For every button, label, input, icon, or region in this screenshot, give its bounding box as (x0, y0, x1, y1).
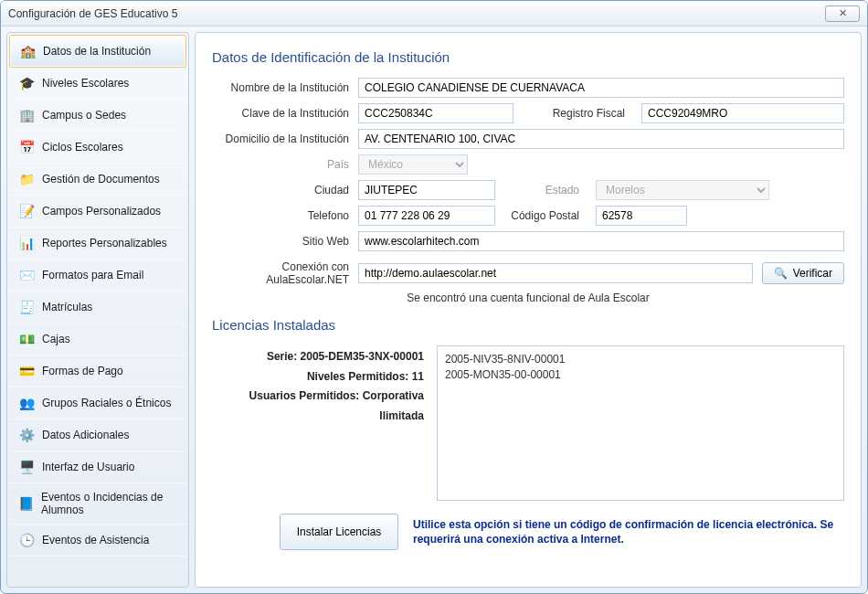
close-button[interactable]: ✕ (825, 5, 860, 22)
sidebar-item-13[interactable]: 🖥️Interfaz de Usuario (9, 451, 186, 483)
sidebar-icon: ⚙️ (18, 427, 35, 443)
sidebar-item-15[interactable]: 🕒Eventos de Asistencia (9, 525, 186, 557)
config-window: Configuración de GES Educativo 5 ✕ 🏫Dato… (0, 0, 868, 594)
sidebar-item-label: Eventos de Asistencia (42, 534, 149, 546)
verify-button-label: Verificar (793, 267, 832, 280)
sidebar-icon: 💵 (18, 331, 35, 347)
license-item[interactable]: 2005-MON35-00-00001 (445, 367, 836, 383)
input-nombre[interactable] (358, 78, 844, 98)
sidebar-icon: 🖥️ (18, 459, 35, 475)
sidebar-item-label: Datos Adicionales (42, 429, 129, 441)
label-niveles: Niveles Permitidos: (307, 370, 412, 383)
label-pais: País (212, 158, 358, 171)
sidebar-item-1[interactable]: 🎓Niveles Escolares (9, 68, 186, 100)
main-panel: Datos de Identificación de la Institució… (195, 32, 862, 588)
sidebar-item-6[interactable]: 📊Reportes Personalizables (9, 228, 186, 260)
sidebar-icon: 🕒 (18, 532, 35, 548)
label-serie: Serie: (267, 350, 301, 363)
input-clave[interactable] (358, 103, 513, 123)
input-ciudad[interactable] (358, 180, 495, 200)
sidebar: 🏫Datos de la Institución🎓Niveles Escolar… (6, 32, 189, 588)
sidebar-icon: 📘 (18, 495, 34, 512)
value-niveles: 11 (412, 370, 424, 383)
sidebar-item-label: Niveles Escolares (42, 77, 129, 90)
sidebar-icon: 📅 (18, 139, 35, 155)
sidebar-item-label: Reportes Personalizables (42, 237, 167, 249)
license-summary: Serie: 2005-DEM35-3NX-00001 Niveles Perm… (212, 345, 424, 501)
titlebar: Configuración de GES Educativo 5 ✕ (1, 1, 867, 27)
sidebar-item-7[interactable]: ✉️Formatos para Email (9, 260, 186, 292)
value-serie: 2005-DEM35-3NX-00001 (301, 350, 424, 363)
label-nombre: Nombre de la Institución (212, 81, 358, 94)
select-pais: México (358, 154, 468, 175)
sidebar-item-0[interactable]: 🏫Datos de la Institución (9, 35, 186, 68)
sidebar-item-label: Formatos para Email (42, 269, 143, 281)
sidebar-item-5[interactable]: 📝Campos Personalizados (9, 196, 186, 228)
sidebar-item-2[interactable]: 🏢Campus o Sedes (9, 100, 186, 132)
sidebar-item-12[interactable]: ⚙️Datos Adicionales (9, 419, 186, 451)
sidebar-item-label: Campos Personalizados (42, 205, 161, 217)
label-sitio: Sitio Web (212, 235, 358, 248)
input-domicilio[interactable] (358, 129, 844, 149)
sidebar-icon: 👥 (18, 395, 35, 411)
sidebar-item-10[interactable]: 💳Formas de Pago (9, 355, 186, 387)
sidebar-item-4[interactable]: 📁Gestión de Documentos (9, 164, 186, 196)
window-title: Configuración de GES Educativo 5 (8, 7, 177, 20)
sidebar-icon: 📊 (18, 235, 35, 251)
sidebar-item-label: Gestión de Documentos (42, 173, 160, 186)
sidebar-icon: 📁 (18, 171, 35, 187)
label-domicilio: Domicilio de la Institución (212, 133, 358, 145)
install-button-label: Instalar Licencias (297, 525, 382, 538)
sidebar-item-label: Matrículas (42, 301, 92, 313)
sidebar-item-label: Formas de Pago (42, 365, 123, 377)
sidebar-item-label: Campus o Sedes (42, 109, 126, 122)
sidebar-icon: 🎓 (18, 75, 35, 91)
install-licenses-button[interactable]: Instalar Licencias (280, 514, 398, 550)
section-title-identity: Datos de Identificación de la Institució… (212, 49, 844, 65)
input-telefono[interactable] (358, 206, 495, 226)
label-clave: Clave de la Institución (212, 107, 358, 120)
input-conexion[interactable] (358, 263, 753, 283)
search-icon: 🔍 (774, 267, 788, 280)
sidebar-icon: 🧾 (18, 299, 35, 315)
sidebar-item-label: Interfaz de Usuario (42, 461, 134, 473)
sidebar-item-14[interactable]: 📘Eventos o Incidencias de Alumnos (9, 483, 186, 525)
select-estado: Morelos (596, 180, 769, 200)
sidebar-icon: 🏢 (18, 107, 35, 123)
label-conexion: Conexión con AulaEscolar.NET (212, 260, 358, 286)
sidebar-icon: 💳 (18, 363, 35, 379)
label-cp: Código Postal (504, 209, 587, 222)
sidebar-item-label: Datos de la Institución (43, 45, 151, 58)
connection-status: Se encontró una cuenta funcional de Aula… (212, 292, 844, 304)
sidebar-item-label: Grupos Raciales o Étnicos (42, 397, 171, 409)
sidebar-item-8[interactable]: 🧾Matrículas (9, 292, 186, 324)
window-body: 🏫Datos de la Institución🎓Niveles Escolar… (1, 27, 867, 593)
input-cp[interactable] (596, 206, 687, 226)
sidebar-item-9[interactable]: 💵Cajas (9, 324, 186, 355)
license-item[interactable]: 2005-NIV35-8NIV-00001 (445, 352, 836, 367)
sidebar-icon: 📝 (18, 203, 35, 219)
sidebar-icon: ✉️ (18, 267, 35, 283)
sidebar-item-label: Cajas (42, 333, 70, 345)
input-sitio[interactable] (358, 231, 844, 251)
sidebar-item-label: Ciclos Escolares (42, 141, 123, 154)
label-estado: Estado (504, 184, 587, 196)
sidebar-item-11[interactable]: 👥Grupos Raciales o Étnicos (9, 387, 186, 419)
label-telefono: Telefono (212, 209, 358, 222)
value-usuarios: Corporativa Ilimitada (363, 389, 424, 422)
license-listbox[interactable]: 2005-NIV35-8NIV-000012005-MON35-00-00001 (437, 345, 844, 501)
label-ciudad: Ciudad (212, 184, 358, 196)
sidebar-item-3[interactable]: 📅Ciclos Escolares (9, 132, 186, 164)
sidebar-icon: 🏫 (19, 43, 36, 59)
sidebar-item-label: Eventos o Incidencias de Alumnos (41, 491, 177, 516)
close-icon: ✕ (839, 7, 847, 19)
verify-button[interactable]: 🔍 Verificar (762, 262, 844, 284)
label-usuarios: Usuarios Permitidos: (249, 389, 363, 402)
install-note: Utilice esta opción si tiene un código d… (413, 517, 844, 546)
section-title-licenses: Licencias Instaladas (212, 317, 844, 333)
label-registro-fiscal: Registro Fiscal (523, 107, 632, 120)
input-registro-fiscal[interactable] (641, 103, 844, 123)
